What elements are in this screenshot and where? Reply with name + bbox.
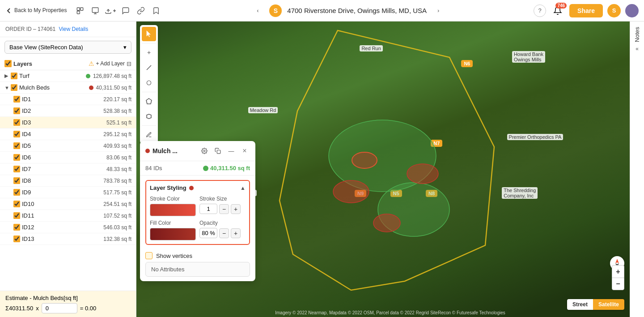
notifications-button[interactable]: 746 bbox=[551, 4, 565, 18]
mulch-beds-checkbox[interactable] bbox=[11, 84, 17, 91]
popup-dot bbox=[145, 149, 150, 153]
prev-property-button[interactable]: ‹ bbox=[251, 4, 264, 17]
layer-row-id1[interactable]: ID1 220.17 sq ft bbox=[0, 94, 136, 105]
notes-label[interactable]: Notes bbox=[634, 27, 640, 42]
toolbar-divider-2 bbox=[142, 92, 156, 92]
export-icon[interactable] bbox=[89, 4, 102, 17]
share-button[interactable]: Share bbox=[569, 4, 603, 17]
layer-row-id4[interactable]: ID4 295.12 sq ft bbox=[0, 129, 136, 140]
layer-row-id5[interactable]: ID5 409.93 sq ft bbox=[0, 140, 136, 152]
id10-value: 254.51 sq ft bbox=[103, 201, 131, 207]
estimate-x: x bbox=[36, 305, 39, 312]
select-tool-button[interactable] bbox=[142, 27, 156, 41]
id5-label: ID5 bbox=[22, 142, 103, 149]
id4-checkbox[interactable] bbox=[13, 131, 20, 137]
stroke-size-controls: − + bbox=[199, 204, 246, 214]
id7-checkbox[interactable] bbox=[13, 166, 20, 172]
next-property-button[interactable]: › bbox=[432, 4, 445, 17]
id9-checkbox[interactable] bbox=[13, 189, 20, 196]
stroke-size-input[interactable] bbox=[199, 204, 217, 214]
zoom-in-tool-button[interactable]: + bbox=[142, 45, 156, 60]
id11-checkbox[interactable] bbox=[13, 212, 20, 219]
expand-mulch-icon[interactable]: ▼ bbox=[4, 85, 11, 90]
bookmark-icon[interactable] bbox=[150, 4, 162, 17]
layers-checkbox[interactable] bbox=[4, 60, 12, 67]
topbar: Back to My Properties ‹ bbox=[0, 0, 644, 21]
notes-collapse-icon[interactable]: « bbox=[636, 46, 639, 52]
stroke-size-increase-button[interactable]: + bbox=[231, 204, 241, 214]
zoom-out-button[interactable]: − bbox=[612, 278, 624, 290]
styling-header[interactable]: Layer Styling ▲ bbox=[150, 184, 246, 191]
back-to-properties-button[interactable]: Back to My Properties bbox=[5, 7, 67, 14]
layer-row-id2[interactable]: ID2 528.38 sq ft bbox=[0, 105, 136, 117]
draw-line-button[interactable] bbox=[142, 60, 156, 75]
id1-checkbox[interactable] bbox=[13, 96, 20, 103]
layer-row-id10[interactable]: ID10 254.51 sq ft bbox=[0, 198, 136, 210]
stroke-size-decrease-button[interactable]: − bbox=[219, 204, 229, 214]
user-profile-icon[interactable] bbox=[625, 4, 639, 17]
upload-icon[interactable] bbox=[104, 4, 117, 17]
layer-row-id7[interactable]: ID7 48.33 sq ft bbox=[0, 163, 136, 175]
link-icon[interactable] bbox=[135, 4, 147, 17]
layer-row-mulch-beds[interactable]: ▼ Mulch Beds 40,311.50 sq ft bbox=[0, 82, 136, 94]
layer-row-id6[interactable]: ID6 83.06 sq ft bbox=[0, 152, 136, 163]
estimate-input[interactable] bbox=[42, 303, 77, 313]
id3-value: 525.1 sq ft bbox=[106, 120, 131, 126]
map-area[interactable]: + « Red Run Meadow Rd Atrium Village bbox=[136, 21, 644, 317]
street-view-button[interactable]: Street bbox=[567, 299, 593, 310]
comment-icon[interactable] bbox=[119, 4, 132, 17]
expand-turf-icon[interactable]: ▶ bbox=[4, 73, 11, 79]
user-avatar[interactable]: S bbox=[607, 4, 621, 17]
show-vertices-checkbox[interactable] bbox=[145, 252, 153, 259]
id6-checkbox[interactable] bbox=[13, 154, 20, 161]
view-details-link[interactable]: View Details bbox=[59, 26, 88, 32]
id10-checkbox[interactable] bbox=[13, 201, 20, 207]
id8-checkbox[interactable] bbox=[13, 177, 20, 184]
main-content: ORDER ID – 174061 View Details Base View… bbox=[0, 21, 644, 317]
chevron-down-icon: ▾ bbox=[123, 44, 127, 51]
id12-checkbox[interactable] bbox=[13, 224, 20, 231]
layer-row-id9[interactable]: ID9 517.75 sq ft bbox=[0, 187, 136, 198]
satellite-view-button[interactable]: Satellite bbox=[593, 299, 624, 310]
add-layer-button[interactable]: + Add Layer bbox=[96, 60, 125, 67]
layer-row-id8[interactable]: ID8 783.78 sq ft bbox=[0, 175, 136, 187]
filter-icon[interactable]: ⊟ bbox=[127, 60, 131, 67]
opacity-input[interactable] bbox=[199, 228, 217, 238]
layers-tool-icon[interactable] bbox=[74, 4, 86, 17]
id5-checkbox[interactable] bbox=[13, 142, 20, 149]
polygon-tool-button[interactable] bbox=[142, 94, 156, 108]
measure-button[interactable] bbox=[142, 76, 156, 90]
id6-value: 83.06 sq ft bbox=[106, 154, 131, 161]
popup-copy-button[interactable] bbox=[212, 146, 223, 156]
fill-color-swatch[interactable] bbox=[150, 228, 196, 240]
turf-checkbox[interactable] bbox=[11, 73, 17, 79]
id2-checkbox[interactable] bbox=[13, 107, 20, 114]
layer-row-id11[interactable]: ID11 107.52 sq ft bbox=[0, 210, 136, 222]
id7-label: ID7 bbox=[22, 166, 106, 172]
zoom-in-button[interactable]: + bbox=[612, 265, 624, 278]
toolbar-divider-1 bbox=[142, 43, 156, 43]
stroke-color-field: Stroke Color bbox=[150, 196, 196, 216]
opacity-increase-button[interactable]: + bbox=[231, 228, 241, 238]
popup-close-button[interactable]: × bbox=[239, 146, 250, 156]
layer-row-id13[interactable]: ID13 132.38 sq ft bbox=[0, 233, 136, 245]
svg-rect-0 bbox=[77, 8, 80, 10]
edit-tool-button[interactable] bbox=[142, 128, 156, 142]
area-tool-button[interactable] bbox=[142, 109, 156, 124]
opacity-field: Opacity − + bbox=[199, 220, 246, 240]
no-attributes-button[interactable]: No Attributes bbox=[145, 262, 250, 277]
layer-row-id3[interactable]: ID3 525.1 sq ft bbox=[0, 117, 136, 129]
help-button[interactable]: ? bbox=[534, 4, 546, 17]
popup-minimize-button[interactable]: — bbox=[226, 146, 237, 156]
toolbar-divider-3 bbox=[142, 125, 156, 126]
stroke-color-swatch[interactable] bbox=[150, 204, 196, 216]
popup-count: 84 IDs bbox=[145, 165, 162, 171]
id3-checkbox[interactable] bbox=[13, 119, 20, 126]
opacity-decrease-button[interactable]: − bbox=[219, 228, 229, 238]
id13-checkbox[interactable] bbox=[13, 236, 20, 242]
layer-row-id12[interactable]: ID12 546.03 sq ft bbox=[0, 222, 136, 233]
layer-row-turf[interactable]: ▶ Turf 126,897.48 sq ft bbox=[0, 70, 136, 82]
show-vertices-row[interactable]: Show vertices bbox=[145, 248, 250, 259]
base-view-dropdown[interactable]: Base View (SiteRecon Data) ▾ bbox=[4, 41, 131, 54]
popup-settings-button[interactable] bbox=[199, 146, 210, 156]
